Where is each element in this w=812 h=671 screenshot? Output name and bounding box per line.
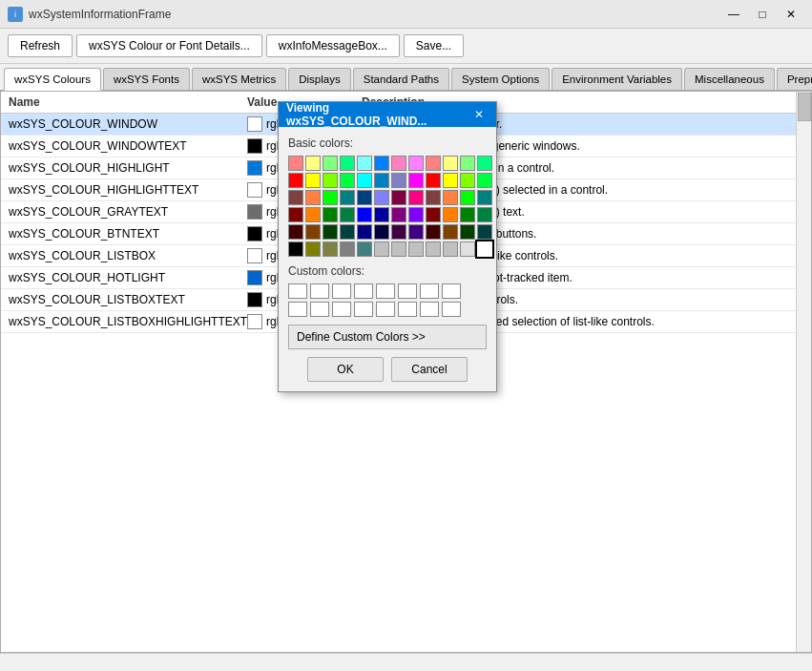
cancel-button[interactable]: Cancel xyxy=(391,357,468,382)
tab-system-options[interactable]: System Options xyxy=(451,68,550,90)
custom-color-cell[interactable] xyxy=(354,283,373,299)
color-cell[interactable] xyxy=(443,207,458,222)
custom-color-cell[interactable] xyxy=(398,302,417,317)
tab-env-vars[interactable]: Environment Variables xyxy=(552,68,682,90)
color-cell[interactable] xyxy=(426,173,441,188)
color-cell[interactable] xyxy=(374,190,389,205)
color-cell[interactable] xyxy=(460,207,475,222)
custom-color-cell[interactable] xyxy=(288,302,307,317)
color-cell[interactable] xyxy=(391,207,406,222)
color-cell[interactable] xyxy=(460,173,475,188)
color-cell[interactable] xyxy=(374,224,389,240)
color-cell-selected[interactable] xyxy=(477,241,492,257)
color-cell[interactable] xyxy=(477,156,492,171)
color-cell[interactable] xyxy=(391,241,406,257)
color-cell[interactable] xyxy=(426,156,441,171)
color-cell[interactable] xyxy=(426,224,441,240)
color-cell[interactable] xyxy=(477,173,492,188)
color-cell[interactable] xyxy=(340,190,355,205)
custom-color-cell[interactable] xyxy=(420,302,439,317)
color-cell[interactable] xyxy=(305,173,321,188)
color-cell[interactable] xyxy=(477,207,492,222)
color-cell[interactable] xyxy=(460,190,475,205)
color-cell[interactable] xyxy=(340,156,355,171)
color-cell[interactable] xyxy=(426,241,441,257)
refresh-button[interactable]: Refresh xyxy=(8,34,73,57)
custom-color-cell[interactable] xyxy=(398,283,417,299)
color-cell[interactable] xyxy=(408,156,424,171)
custom-color-cell[interactable] xyxy=(442,283,461,299)
minimize-button[interactable]: — xyxy=(720,4,747,25)
color-cell[interactable] xyxy=(323,190,338,205)
color-cell[interactable] xyxy=(477,190,492,205)
color-cell[interactable] xyxy=(408,241,424,257)
define-custom-colors-button[interactable]: Define Custom Colors >> xyxy=(288,325,487,349)
color-cell[interactable] xyxy=(288,190,303,205)
color-cell[interactable] xyxy=(288,173,303,188)
color-cell[interactable] xyxy=(357,241,372,257)
custom-color-cell[interactable] xyxy=(288,283,307,299)
color-cell[interactable] xyxy=(391,156,406,171)
close-button[interactable]: ✕ xyxy=(778,4,804,25)
color-cell[interactable] xyxy=(323,207,338,222)
color-cell[interactable] xyxy=(374,241,389,257)
dialog-close-button[interactable]: ✕ xyxy=(469,106,489,123)
color-cell[interactable] xyxy=(426,190,441,205)
color-cell[interactable] xyxy=(288,207,303,222)
color-cell[interactable] xyxy=(477,224,492,240)
color-cell[interactable] xyxy=(408,224,424,240)
color-cell[interactable] xyxy=(357,156,372,171)
color-cell[interactable] xyxy=(443,241,458,257)
color-cell[interactable] xyxy=(460,241,475,257)
custom-color-cell[interactable] xyxy=(376,302,395,317)
color-cell[interactable] xyxy=(443,224,458,240)
info-msg-button[interactable]: wxInfoMessageBox... xyxy=(266,34,400,57)
color-cell[interactable] xyxy=(374,207,389,222)
color-cell[interactable] xyxy=(357,224,372,240)
custom-color-cell[interactable] xyxy=(354,302,373,317)
color-cell[interactable] xyxy=(443,173,458,188)
color-cell[interactable] xyxy=(391,224,406,240)
custom-color-cell[interactable] xyxy=(332,302,351,317)
tab-colours[interactable]: wxSYS Colours xyxy=(4,68,101,91)
color-cell[interactable] xyxy=(460,156,475,171)
color-cell[interactable] xyxy=(288,156,303,171)
colour-font-button[interactable]: wxSYS Colour or Font Details... xyxy=(76,34,262,57)
tab-standard-paths[interactable]: Standard Paths xyxy=(353,68,449,90)
color-cell[interactable] xyxy=(323,224,338,240)
custom-color-cell[interactable] xyxy=(376,283,395,299)
color-cell[interactable] xyxy=(305,224,321,240)
custom-color-cell[interactable] xyxy=(420,283,439,299)
color-cell[interactable] xyxy=(305,156,321,171)
tab-metrics[interactable]: wxSYS Metrics xyxy=(192,68,286,90)
tab-preprocessor[interactable]: Preprocessor Defines xyxy=(777,68,812,90)
save-button[interactable]: Save... xyxy=(404,34,464,57)
color-cell[interactable] xyxy=(426,207,441,222)
color-cell[interactable] xyxy=(391,173,406,188)
color-cell[interactable] xyxy=(408,207,424,222)
scrollbar[interactable] xyxy=(796,92,811,652)
color-cell[interactable] xyxy=(340,241,355,257)
maximize-button[interactable]: □ xyxy=(749,4,776,25)
color-cell[interactable] xyxy=(408,173,424,188)
color-cell[interactable] xyxy=(357,190,372,205)
color-cell[interactable] xyxy=(340,207,355,222)
color-cell[interactable] xyxy=(340,224,355,240)
color-cell[interactable] xyxy=(374,173,389,188)
color-cell[interactable] xyxy=(443,156,458,171)
color-cell[interactable] xyxy=(323,173,338,188)
tab-fonts[interactable]: wxSYS Fonts xyxy=(103,68,190,90)
custom-color-cell[interactable] xyxy=(310,302,329,317)
color-cell[interactable] xyxy=(323,156,338,171)
color-cell[interactable] xyxy=(305,207,321,222)
color-cell[interactable] xyxy=(340,173,355,188)
color-cell[interactable] xyxy=(443,190,458,205)
color-cell[interactable] xyxy=(391,190,406,205)
color-cell[interactable] xyxy=(288,241,303,257)
custom-color-cell[interactable] xyxy=(332,283,351,299)
color-cell[interactable] xyxy=(357,207,372,222)
color-cell[interactable] xyxy=(408,190,424,205)
color-cell[interactable] xyxy=(357,173,372,188)
color-cell[interactable] xyxy=(460,224,475,240)
color-cell[interactable] xyxy=(305,190,321,205)
